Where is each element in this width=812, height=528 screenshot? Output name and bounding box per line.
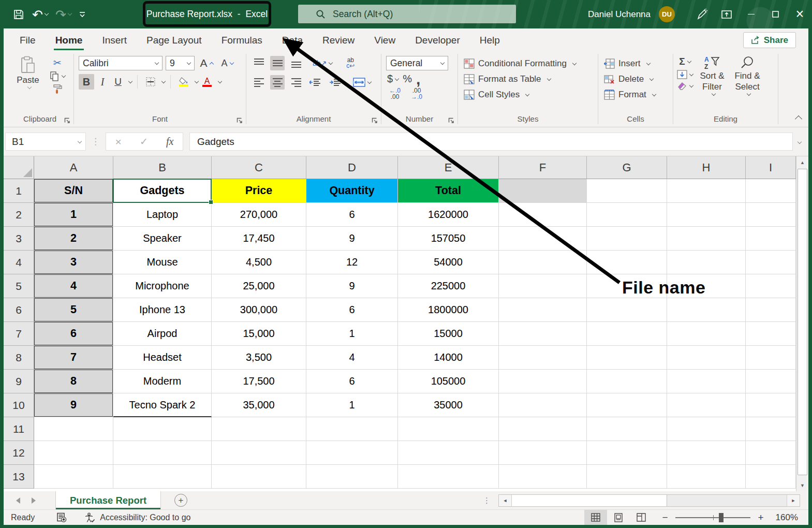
row-header-3[interactable]: 3 [4,227,34,251]
cell-C6[interactable]: 300,000 [212,298,306,322]
cell-E1[interactable]: Total [398,179,499,203]
cell-C13[interactable] [212,465,306,489]
cell-F8[interactable] [499,346,587,370]
cell-D13[interactable] [306,465,398,489]
cell-I13[interactable] [746,465,796,489]
cell-H12[interactable] [667,441,746,465]
cell-D8[interactable]: 4 [306,346,398,370]
column-header-F[interactable]: F [499,156,587,179]
undo-button[interactable]: ↶ [32,9,48,20]
accessibility-status[interactable]: Accessibility: Good to go [84,512,190,523]
cell-F13[interactable] [499,465,587,489]
sheet-tab-purchase-report[interactable]: Purchase Report [55,491,161,509]
cell-F5[interactable] [499,274,587,298]
cell-G2[interactable] [587,203,667,227]
cell-A5[interactable]: 4 [34,274,113,298]
middle-align-button[interactable] [270,56,285,70]
cell-H3[interactable] [667,227,746,251]
cell-E8[interactable]: 14000 [398,346,499,370]
page-layout-view-button[interactable] [607,510,630,525]
delete-cells-button[interactable]: Delete [604,71,672,87]
horizontal-scrollbar[interactable]: ◄ ► [498,494,800,507]
row-header-7[interactable]: 7 [4,322,34,346]
merge-center-button[interactable] [353,78,371,87]
new-sheet-button[interactable]: + [174,494,187,507]
cut-button[interactable]: ✂ [49,57,65,69]
grip-dots-icon[interactable]: ⋮ [483,496,491,505]
cell-A3[interactable]: 2 [34,227,113,251]
find-select-button[interactable]: Find & Select [731,56,763,114]
cell-G12[interactable] [587,441,667,465]
collapse-ribbon-icon[interactable] [795,115,802,123]
cell-I11[interactable] [746,417,796,441]
tab-help[interactable]: Help [470,28,510,52]
cell-I8[interactable] [746,346,796,370]
tab-file[interactable]: File [10,28,46,52]
row-header-4[interactable]: 4 [4,251,34,274]
row-header-1[interactable]: 1 [4,179,34,203]
cell-D10[interactable]: 1 [306,393,398,417]
cell-D3[interactable]: 9 [306,227,398,251]
underline-button[interactable]: U [111,74,125,90]
number-format-select[interactable]: General [386,56,448,70]
increase-font-size-button[interactable]: A [198,57,215,69]
tab-view[interactable]: View [364,28,405,52]
row-header-2[interactable]: 2 [4,203,34,227]
vertical-scrollbar[interactable]: ▲ ▼ [796,156,808,491]
row-header-5[interactable]: 5 [4,274,34,298]
align-center-button[interactable] [270,75,285,90]
column-header-D[interactable]: D [306,156,398,179]
tab-data[interactable]: Data [272,28,313,52]
row-header-10[interactable]: 10 [4,393,34,417]
minimize-button[interactable] [739,0,763,28]
percent-style-button[interactable]: % [403,73,412,85]
column-header-I[interactable]: I [746,156,796,179]
cell-B5[interactable]: Microphone [113,274,212,298]
cell-E10[interactable]: 35000 [398,393,499,417]
avatar[interactable]: DU [659,6,675,22]
tab-page-layout[interactable]: Page Layout [137,28,212,52]
chevron-down-icon[interactable] [195,79,199,83]
cell-A2[interactable]: 1 [34,203,113,227]
name-box[interactable]: B1 [5,133,86,151]
coming-soon-button[interactable] [689,0,714,28]
cell-I9[interactable] [746,370,796,393]
insert-function-button[interactable]: fx [166,136,173,148]
customize-qat-button[interactable] [79,11,86,18]
cell-I4[interactable] [746,251,796,274]
cell-A13[interactable] [34,465,113,489]
redo-button[interactable]: ↷ [55,9,71,20]
cell-E11[interactable] [398,417,499,441]
cell-D6[interactable]: 6 [306,298,398,322]
cell-C11[interactable] [212,417,306,441]
cell-H11[interactable] [667,417,746,441]
cell-C12[interactable] [212,441,306,465]
cell-E3[interactable]: 157050 [398,227,499,251]
close-button[interactable]: × [788,0,812,28]
insert-cells-button[interactable]: Insert [604,56,672,71]
sort-filter-button[interactable]: AZ Sort & Filter [696,56,728,114]
cell-B6[interactable]: Iphone 13 [113,298,212,322]
cell-F6[interactable] [499,298,587,322]
format-as-table-button[interactable]: Format as Table [464,71,597,87]
column-header-E[interactable]: E [398,156,499,179]
horizontal-scrollbar-thumb[interactable] [512,495,667,506]
bottom-align-button[interactable] [289,56,303,70]
alignment-dialog-launcher[interactable] [371,117,378,124]
cell-I5[interactable] [746,274,796,298]
cell-I12[interactable] [746,441,796,465]
cell-F3[interactable] [499,227,587,251]
cell-E12[interactable] [398,441,499,465]
font-color-button[interactable]: A [199,74,215,90]
cell-I7[interactable] [746,322,796,346]
cell-C9[interactable]: 17,500 [212,370,306,393]
cell-G9[interactable] [587,370,667,393]
tab-formulas[interactable]: Formulas [212,28,272,52]
expand-formula-bar-icon[interactable] [798,139,802,143]
cell-I3[interactable] [746,227,796,251]
fill-button[interactable] [677,70,693,79]
cell-D9[interactable]: 6 [306,370,398,393]
tab-insert[interactable]: Insert [92,28,137,52]
format-cells-button[interactable]: Format [604,87,672,102]
cell-C4[interactable]: 4,500 [212,251,306,274]
